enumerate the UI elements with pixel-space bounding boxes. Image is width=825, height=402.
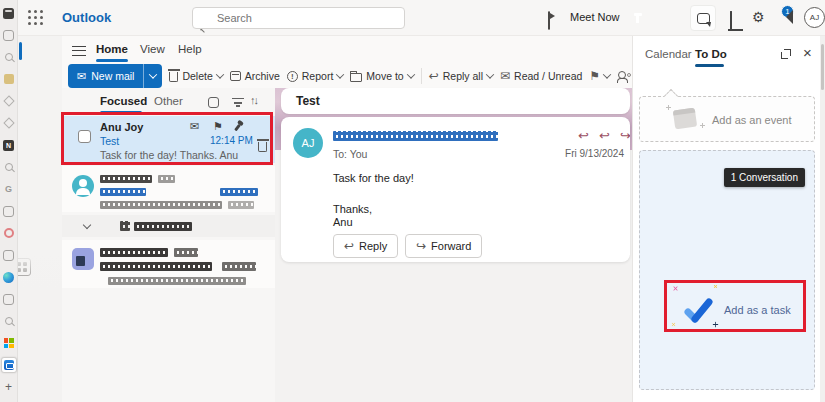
redacted-time [222,262,256,271]
chevron-down-icon [486,70,494,78]
trash-tab-icon[interactable] [0,68,17,90]
outlook-tab-icon [4,360,14,370]
reply-icon: ↩ [344,240,354,252]
tab-help[interactable]: Help [174,40,206,58]
search-tab-icon[interactable] [0,310,17,332]
settings-gear-icon[interactable]: ⚙ [752,10,765,24]
sender-avatar: AJ [293,128,323,158]
new-tab-button[interactable]: + [0,376,17,398]
sweep-button[interactable] [617,71,631,82]
email-body-line: Anu [333,216,353,228]
redacted-group-label [134,222,192,231]
edge-browser-icon[interactable] [0,266,17,288]
envelope-icon: ✉ [500,70,510,82]
tab-other[interactable]: Other [154,95,183,107]
message-item-redacted[interactable] [62,166,275,212]
chevron-down-icon [83,221,91,229]
tab-focused[interactable]: Focused [100,95,147,107]
reply-icon[interactable]: ↩ [578,129,589,142]
expand-icon[interactable] [781,49,791,59]
annotation-box-selected-message [61,112,273,165]
app-launcher-icon[interactable] [28,10,43,25]
delete-button[interactable]: Delete [169,70,222,82]
sparkle-icon [700,123,705,128]
archive-icon [230,71,241,81]
search-input[interactable] [192,7,405,29]
toolbar-separator [421,68,422,84]
select-all-icon[interactable] [208,97,219,108]
forward-icon: ↪ [416,240,426,252]
note-tab-icon[interactable] [0,24,17,46]
tab-calendar[interactable]: Calendar [645,48,692,60]
note-tab-icon[interactable] [0,244,17,266]
search-tab-icon[interactable] [0,46,17,68]
message-item-redacted[interactable] [62,240,275,288]
report-button[interactable]: !Report [287,70,344,82]
microsoft-tab-icon[interactable] [0,332,17,354]
redacted-text [158,175,175,183]
redacted-icon [120,221,130,231]
account-avatar[interactable]: AJ [804,7,825,28]
email-message-card: AJ ↩ ↩ ↪ To: You Fri 9/13/2024 Task for … [281,117,630,262]
forward-button[interactable]: ↪Forward [405,234,482,258]
annotation-box-add-as-task [664,280,806,332]
reply-all-icon[interactable]: ↩ [599,129,610,142]
whats-new-badge: 1 [781,5,794,18]
search-tab-icon[interactable] [0,156,17,178]
meet-now-camera-icon[interactable] [548,11,550,30]
read-unread-button[interactable]: ✉Read / Unread [500,70,582,82]
move-to-button[interactable]: Move to [350,70,413,82]
scrollbar-thumb[interactable] [821,44,824,90]
forward-icon[interactable]: ↪ [620,129,630,142]
calendar-sparkle-icon [673,108,697,130]
list-group-header[interactable] [62,215,275,237]
outlook-tab-active[interactable] [0,354,17,376]
outlook-app-bar [18,36,62,288]
sort-icon[interactable]: ↑↓ [250,94,257,106]
email-subject: Test [296,94,320,108]
edge-tab-strip: N G + [0,0,18,402]
dropzone-notch [664,88,678,102]
redacted-preview [108,277,246,285]
email-body-line: Task for the day! [333,172,414,184]
new-mail-dropdown[interactable] [143,64,162,88]
blocked-tab-icon[interactable] [0,222,17,244]
hamburger-menu-icon[interactable] [72,46,86,56]
browser-tab-icon[interactable] [0,2,17,24]
flag-button[interactable]: ⚑ [589,70,610,82]
flag-icon: ⚑ [589,70,600,82]
compass-tab-icon[interactable] [0,90,17,112]
report-icon: ! [287,71,298,82]
email-body-line: Thanks, [333,203,372,215]
chevron-down-icon [336,70,344,78]
feedback-button[interactable] [690,5,716,31]
redacted-sender [100,248,168,257]
tab-view[interactable]: View [136,40,169,58]
g-tab-icon[interactable]: G [0,178,17,200]
add-as-event-dropzone[interactable]: Add as an event [639,96,815,142]
reading-pane-subject-bar: Test [281,88,630,114]
mail-active-indicator [19,42,22,60]
archive-button[interactable]: Archive [230,70,280,82]
close-icon[interactable]: × [803,44,812,61]
note-tab-icon[interactable] [0,200,17,222]
tab-home[interactable]: Home [92,40,132,58]
trash-icon [169,72,178,82]
redacted-subject [100,262,212,271]
note-tab-icon[interactable] [0,288,17,310]
new-mail-button[interactable]: ✉New mail [68,64,162,88]
notifications-bell-icon[interactable] [730,11,732,29]
meet-now-label[interactable]: Meet Now [570,11,620,23]
new-mail-envelope-icon: ✉ [77,71,86,82]
add-as-task-dropzone[interactable]: 1 Conversation Add as a task [639,150,815,390]
notes-app-tab-icon[interactable]: N [0,134,17,156]
my-day-panel: Calendar To Do × Add as an event 1 Conve… [632,36,820,402]
tab-to-do[interactable]: To Do [695,48,727,60]
filter-icon[interactable] [232,98,244,99]
reply-button[interactable]: ↩Reply [333,234,398,258]
scrollbar[interactable] [820,36,825,402]
reply-all-button[interactable]: ↩Reply all [429,70,493,82]
email-date: Fri 9/13/2024 [565,148,624,159]
compass-tab-icon[interactable] [0,112,17,134]
sender-avatar [72,248,94,270]
